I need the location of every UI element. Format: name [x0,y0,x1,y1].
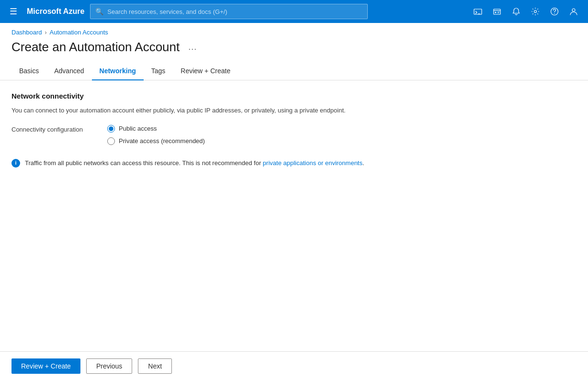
svg-point-4 [534,11,537,13]
tabs: Basics Advanced Networking Tags Review +… [0,62,588,80]
radio-private-access[interactable]: Private access (recommended) [107,137,205,145]
svg-rect-0 [474,9,482,14]
page-title: Create an Automation Account [11,40,180,55]
breadcrumb-sep-1: › [45,29,47,36]
svg-point-7 [572,9,575,11]
breadcrumb-dashboard[interactable]: Dashboard [11,29,42,36]
notifications-icon[interactable] [508,3,525,20]
page-menu-button[interactable]: ... [185,41,200,53]
config-label: Connectivity configuration [11,125,88,133]
info-banner: i Traffic from all public networks can a… [11,158,577,168]
tab-basics[interactable]: Basics [11,62,46,80]
info-link[interactable]: private applications or environments [263,159,362,167]
tab-advanced[interactable]: Advanced [46,62,91,80]
radio-public-input[interactable] [107,125,115,133]
topnav-icons [469,3,582,20]
search-icon: 🔍 [95,8,103,15]
directory-icon[interactable] [488,3,506,20]
svg-point-6 [554,13,555,14]
info-icon: i [11,159,20,168]
page-header: Create an Automation Account ... [0,36,588,62]
breadcrumb: Dashboard › Automation Accounts [0,23,588,36]
breadcrumb-automation-accounts[interactable]: Automation Accounts [50,29,108,36]
connectivity-radio-group: Public access Private access (recommende… [107,125,205,145]
help-icon[interactable] [546,3,563,20]
section-title: Network connectivity [11,92,577,100]
tab-networking[interactable]: Networking [92,62,144,80]
info-text: Traffic from all public networks can acc… [25,158,364,168]
svg-point-3 [495,12,497,13]
radio-private-input[interactable] [107,137,115,145]
radio-private-label: Private access (recommended) [119,137,205,145]
hamburger-menu[interactable]: ☰ [6,4,21,19]
search-input[interactable] [107,8,362,15]
cloud-shell-icon[interactable] [469,3,486,20]
settings-icon[interactable] [527,3,544,20]
radio-public-access[interactable]: Public access [107,125,205,133]
connectivity-config-row: Connectivity configuration Public access… [11,125,577,145]
section-description: You can connect to your automation accou… [11,106,577,115]
account-icon[interactable] [565,3,582,20]
search-box[interactable]: 🔍 [90,4,368,19]
radio-public-label: Public access [119,125,157,132]
brand-logo: Microsoft Azure [27,7,84,16]
tab-review-create[interactable]: Review + Create [173,62,238,80]
topnav: ☰ Microsoft Azure 🔍 [0,0,588,23]
tab-tags[interactable]: Tags [144,62,173,80]
content-area: Network connectivity You can connect to … [0,80,588,206]
